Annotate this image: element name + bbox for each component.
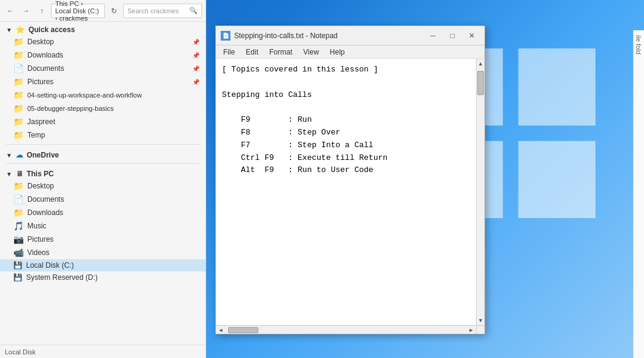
scroll-corner	[476, 325, 485, 334]
vertical-scrollbar[interactable]: ▲ ▼	[476, 59, 485, 325]
sidebar-item-label: Downloads	[27, 51, 63, 59]
pin-icon: 📌	[192, 52, 200, 59]
onedrive-chevron: ▼	[6, 152, 12, 159]
sidebar-item-label: Local Disk (C:)	[26, 261, 74, 270]
maximize-button[interactable]: □	[444, 29, 460, 42]
vid-icon: 📹	[13, 248, 24, 257]
quick-access-header[interactable]: ▼ ⭐ Quick access	[0, 22, 206, 35]
search-icon: 🔍	[189, 7, 198, 15]
h-scroll-track	[226, 326, 466, 334]
sidebar-item-label: Music	[27, 222, 46, 230]
folder-icon: 📁	[13, 90, 24, 100]
svg-rect-1	[518, 48, 595, 125]
pic-icon: 📷	[13, 234, 24, 244]
up-button[interactable]: ↑	[35, 4, 49, 18]
menu-format[interactable]: Format	[264, 47, 297, 58]
scroll-up-btn[interactable]: ▲	[477, 59, 485, 68]
pin-icon: 📌	[192, 79, 200, 85]
sidebar-item-downloads-pc[interactable]: 📁 Downloads	[0, 206, 206, 219]
sidebar-item-videos[interactable]: 📹 Videos	[0, 246, 206, 259]
sidebar-item-label: Desktop	[27, 182, 54, 190]
onedrive-header[interactable]: ▼ ☁ OneDrive	[0, 147, 206, 161]
sidebar-item-label: System Reserved (D:)	[26, 273, 98, 282]
this-pc-label: This PC	[27, 170, 54, 178]
folder-icon: 📁	[13, 50, 24, 60]
this-pc-icon: 🖥	[16, 170, 23, 178]
menu-view[interactable]: View	[298, 47, 324, 58]
doc-icon: 📄	[13, 194, 24, 204]
forward-button[interactable]: →	[19, 4, 33, 18]
sidebar-item-label: Jaspreet	[27, 118, 55, 126]
quick-access-label: Quick access	[29, 25, 75, 34]
sidebar-item-label: Pictures	[27, 235, 53, 244]
sidebar-item-label: Videos	[27, 248, 49, 257]
quick-access-chevron: ▼	[6, 27, 12, 33]
disk-icon: 💾	[13, 261, 22, 270]
this-pc-chevron: ▼	[6, 171, 12, 177]
address-path[interactable]: This PC › Local Disk (C:) › crackmes	[51, 4, 105, 18]
sidebar-item-04-workflow[interactable]: 📁 04-setting-up-workspace-and-workflow	[0, 88, 206, 102]
scroll-right-btn[interactable]: ►	[466, 326, 476, 334]
notepad-app-icon: 📄	[221, 31, 230, 41]
refresh-button[interactable]: ↻	[107, 4, 121, 18]
menu-help[interactable]: Help	[325, 47, 350, 58]
sidebar-item-downloads-quick[interactable]: 📁 Downloads 📌	[0, 48, 206, 62]
sidebar-item-temp[interactable]: 📁 Temp	[0, 128, 206, 142]
sidebar-item-05-debugger[interactable]: 📁 05-debugger-stepping-basics	[0, 102, 206, 115]
sidebar: ▼ ⭐ Quick access 📁 Desktop 📌 📁 Downloads…	[0, 22, 206, 345]
scroll-down-btn[interactable]: ▼	[477, 316, 485, 325]
address-bar: ← → ↑ This PC › Local Disk (C:) › crackm…	[0, 0, 206, 22]
close-button[interactable]: ✕	[464, 29, 480, 42]
right-edge-label: ile fold	[634, 30, 643, 59]
folder-icon: 📁	[13, 104, 24, 113]
notepad-window: 📄 Stepping-into-calls.txt - Notepad ─ □ …	[215, 25, 485, 334]
sidebar-item-pictures-pc[interactable]: 📷 Pictures	[0, 233, 206, 246]
pin-icon: 📌	[192, 65, 200, 72]
sidebar-item-documents-quick[interactable]: 📄 Documents 📌	[0, 62, 206, 75]
sidebar-item-documents-pc[interactable]: 📄 Documents	[0, 193, 206, 206]
notepad-title: Stepping-into-calls.txt - Notepad	[234, 31, 421, 40]
sidebar-item-label: Desktop	[27, 38, 54, 46]
sidebar-item-local-disk-c[interactable]: 💾 Local Disk (C:)	[0, 259, 206, 271]
notepad-icon-letter: 📄	[223, 33, 229, 39]
sidebar-item-label: Temp	[27, 131, 45, 139]
sidebar-item-music[interactable]: 🎵 Music	[0, 219, 206, 233]
sidebar-item-label: Documents	[27, 195, 64, 204]
sidebar-item-system-reserved-d[interactable]: 💾 System Reserved (D:)	[0, 271, 206, 283]
notepad-content-area: [ Topics covered in this lesson ] Steppi…	[216, 59, 485, 334]
scroll-thumb[interactable]	[477, 71, 484, 95]
h-scroll-thumb[interactable]	[228, 327, 258, 333]
status-text: Local Disk	[5, 348, 36, 356]
pin-icon: 📌	[192, 39, 200, 45]
minimize-button[interactable]: ─	[425, 29, 441, 42]
sidebar-item-label: 04-setting-up-workspace-and-workflow	[27, 91, 142, 99]
notepad-titlebar: 📄 Stepping-into-calls.txt - Notepad ─ □ …	[216, 26, 485, 45]
music-icon: 🎵	[13, 221, 24, 231]
path-text: This PC › Local Disk (C:) › crackmes	[55, 0, 101, 22]
onedrive-label: OneDrive	[27, 151, 59, 159]
search-placeholder-text: Search crackmes	[127, 7, 179, 15]
search-box[interactable]: Search crackmes 🔍	[123, 4, 202, 18]
horizontal-scrollbar[interactable]: ◄ ►	[216, 325, 476, 334]
back-button[interactable]: ←	[4, 4, 17, 18]
quick-access-icon: ⭐	[16, 25, 25, 34]
sidebar-item-desktop-pc[interactable]: 📁 Desktop	[0, 179, 206, 193]
this-pc-header[interactable]: ▼ 🖥 This PC	[0, 166, 206, 179]
folder-icon: 📁	[13, 37, 24, 47]
sidebar-item-label: 05-debugger-stepping-basics	[27, 105, 113, 112]
notepad-text[interactable]: [ Topics covered in this lesson ] Steppi…	[216, 59, 485, 334]
sidebar-item-pictures-quick[interactable]: 📁 Pictures 📌	[0, 75, 206, 88]
menu-edit[interactable]: Edit	[241, 47, 263, 58]
disk-icon: 💾	[13, 273, 22, 282]
divider	[6, 144, 200, 145]
scroll-left-btn[interactable]: ◄	[216, 326, 226, 334]
menu-file[interactable]: File	[218, 47, 240, 58]
sidebar-item-desktop-quick[interactable]: 📁 Desktop 📌	[0, 35, 206, 48]
sidebar-item-jaspreet[interactable]: 📁 Jaspreet	[0, 115, 206, 128]
folder-icon: 📁	[13, 77, 24, 87]
scroll-track	[477, 68, 485, 316]
sidebar-item-label: Pictures	[27, 78, 53, 86]
explorer-window: ← → ↑ This PC › Local Disk (C:) › crackm…	[0, 0, 206, 358]
sidebar-item-label: Documents	[27, 64, 64, 73]
status-bar: Local Disk	[0, 345, 206, 358]
